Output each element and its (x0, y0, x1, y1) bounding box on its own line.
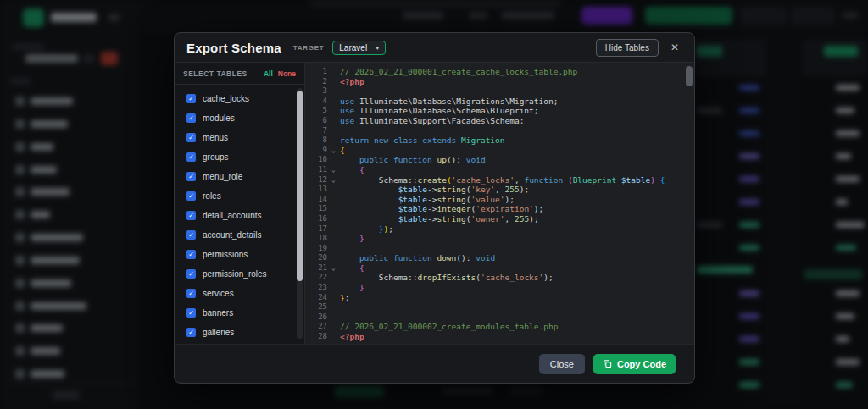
close-icon[interactable]: ✕ (667, 40, 682, 55)
checkbox-checked-icon[interactable]: ✓ (186, 250, 196, 259)
target-select-value: Laravel (339, 43, 367, 53)
table-row[interactable]: ✓ menu_role (175, 167, 304, 186)
line-number: 2 (305, 77, 327, 87)
target-label: TARGET (293, 44, 325, 52)
tables-scrollbar-thumb[interactable] (297, 91, 303, 281)
table-row[interactable]: ✓ permissions (175, 245, 304, 264)
modal-footer: Close Copy Code (175, 344, 694, 383)
checkbox-checked-icon[interactable]: ✓ (186, 328, 196, 337)
tables-panel: SELECT TABLES All None ✓ cache_locks ✓ m… (175, 63, 305, 344)
code-text: Schema::create('cache_locks', function (… (340, 175, 665, 185)
code-line: 26 (305, 312, 694, 323)
target-select[interactable]: Laravel ▾ (332, 41, 386, 55)
checkbox-checked-icon[interactable]: ✓ (186, 230, 196, 240)
code-line: 13 $table->string('key', 255); (305, 185, 694, 195)
hide-tables-button[interactable]: Hide Tables (596, 39, 659, 57)
checkbox-checked-icon[interactable]: ✓ (186, 113, 196, 123)
fold-gutter (327, 185, 340, 195)
code-text: use Illuminate\Support\Facades\Schema; (340, 116, 524, 126)
fold-gutter (327, 106, 340, 116)
code-line: 15 $table->integer('expiration'); (305, 204, 694, 214)
line-number: 17 (305, 224, 327, 235)
close-button[interactable]: Close (539, 354, 585, 374)
code-line: 20 public function down(): void (305, 253, 694, 263)
code-text: // 2026_02_21_000001_create_cache_locks_… (340, 67, 577, 77)
fold-chevron-icon[interactable]: ⌄ (327, 165, 340, 175)
modal-header: Export Schema TARGET Laravel ▾ Hide Tabl… (175, 33, 694, 63)
checkbox-checked-icon[interactable]: ✓ (186, 152, 196, 162)
code-scrollbar[interactable] (686, 64, 693, 342)
fold-gutter (327, 224, 340, 235)
checkbox-checked-icon[interactable]: ✓ (186, 289, 196, 298)
code-text: } (340, 283, 364, 293)
checkbox-checked-icon[interactable]: ✓ (186, 269, 196, 279)
code-line: 27// 2026_02_21_000002_create_modules_ta… (305, 322, 694, 332)
code-text: $table->string('key', 255); (340, 185, 529, 195)
fold-gutter (327, 135, 340, 146)
table-label: detail_accounts (203, 211, 262, 220)
table-row[interactable]: ✓ groups (175, 147, 304, 167)
code-line: 22 Schema::dropIfExists('cache_locks'); (305, 273, 694, 283)
table-row[interactable]: ✓ roles (175, 186, 304, 206)
code-editor[interactable]: 1// 2026_02_21_000001_create_cache_locks… (305, 63, 694, 344)
table-label: menus (203, 133, 228, 142)
select-all-link[interactable]: All (264, 69, 273, 78)
fold-gutter (327, 155, 340, 165)
copy-code-label: Copy Code (617, 359, 666, 369)
line-number: 27 (305, 322, 327, 332)
table-label: galleries (203, 328, 234, 337)
code-line: 1// 2026_02_21_000001_create_cache_locks… (305, 67, 694, 77)
table-row[interactable]: ✓ detail_accounts (175, 206, 304, 225)
line-number: 12 (305, 175, 327, 185)
fold-chevron-icon[interactable]: ⌄ (327, 263, 340, 274)
line-number: 23 (305, 283, 327, 293)
screen: Export Schema TARGET Laravel ▾ Hide Tabl… (0, 0, 868, 409)
checkbox-checked-icon[interactable]: ✓ (186, 172, 196, 181)
line-number: 20 (305, 253, 327, 263)
fold-gutter (327, 214, 340, 224)
modal-title: Export Schema (186, 41, 281, 55)
table-row[interactable]: ✓ cache_locks (175, 89, 304, 108)
fold-gutter (327, 273, 340, 283)
table-label: menu_role (203, 172, 242, 181)
fold-gutter (327, 195, 340, 205)
code-text: $table->integer('expiration'); (340, 204, 543, 214)
table-row[interactable]: ✓ galleries (175, 323, 304, 342)
code-lines: 1// 2026_02_21_000001_create_cache_locks… (305, 67, 694, 342)
copy-code-button[interactable]: Copy Code (593, 354, 676, 374)
code-text: $table->string('value'); (340, 195, 515, 205)
table-label: groups (203, 152, 229, 162)
checkbox-checked-icon[interactable]: ✓ (186, 94, 196, 103)
fold-gutter (327, 97, 340, 107)
table-row[interactable]: ✓ services (175, 284, 304, 303)
code-text: }); (340, 224, 393, 235)
line-number: 18 (305, 234, 327, 244)
fold-gutter (327, 312, 340, 323)
code-scrollbar-thumb[interactable] (686, 66, 693, 86)
line-number: 15 (305, 204, 327, 214)
code-text: { (340, 146, 345, 156)
line-number: 16 (305, 214, 327, 224)
table-row[interactable]: ✓ banners (175, 303, 304, 323)
checkbox-checked-icon[interactable]: ✓ (186, 133, 196, 142)
fold-gutter (327, 116, 340, 126)
checkbox-checked-icon[interactable]: ✓ (186, 211, 196, 220)
fold-gutter (327, 77, 340, 87)
checkbox-checked-icon[interactable]: ✓ (186, 191, 196, 201)
line-number: 26 (305, 312, 327, 323)
table-label: cache_locks (203, 94, 249, 103)
table-row[interactable]: ✓ modules (175, 108, 304, 128)
select-none-link[interactable]: None (278, 69, 296, 78)
fold-chevron-icon[interactable]: ⌄ (327, 175, 340, 185)
table-row[interactable]: ✓ permission_roles (175, 264, 304, 284)
checkbox-checked-icon[interactable]: ✓ (186, 308, 196, 318)
table-label: roles (203, 191, 221, 201)
table-row[interactable]: ✓ account_details (175, 225, 304, 245)
fold-gutter (327, 126, 340, 136)
fold-chevron-icon[interactable]: ⌄ (327, 146, 340, 156)
table-row[interactable]: ✓ menus (175, 128, 304, 147)
tables-list: ✓ cache_locks ✓ modules ✓ menus ✓ groups… (175, 85, 304, 344)
tables-scrollbar[interactable] (297, 88, 303, 339)
code-line: 19 (305, 244, 694, 254)
fold-gutter (327, 67, 340, 77)
